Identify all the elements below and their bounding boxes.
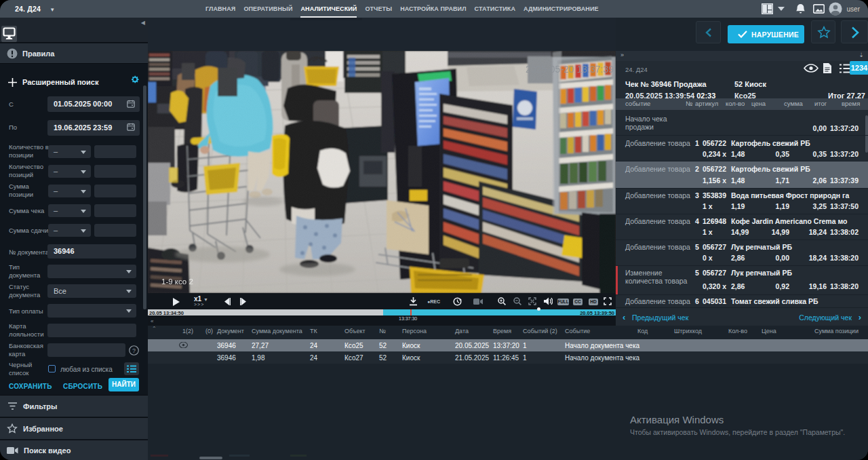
svg-text:1-9 ксо 2: 1-9 ксо 2 <box>161 277 193 286</box>
svg-text:?: ? <box>132 347 136 354</box>
svg-text:2025-05-20 13:37:39: 2025-05-20 13:37:39 <box>526 64 614 75</box>
